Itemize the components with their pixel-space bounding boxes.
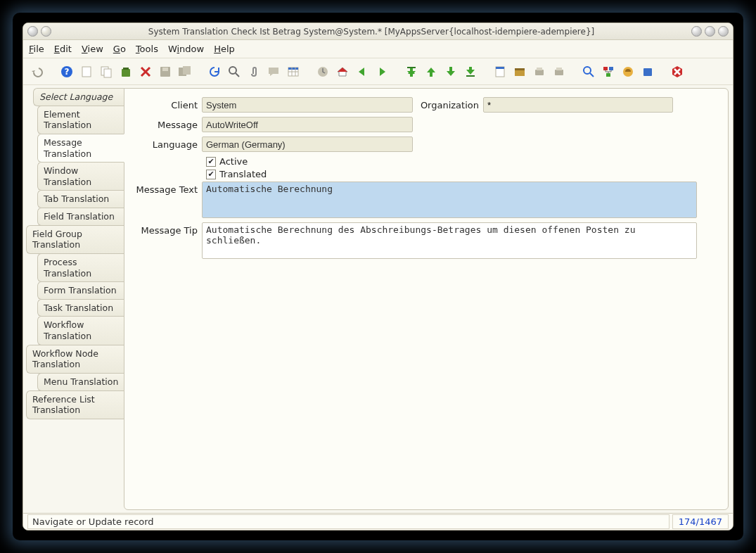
organization-label: Organization <box>420 97 483 110</box>
svg-rect-24 <box>556 68 562 70</box>
menu-edit[interactable]: Edit <box>54 44 72 54</box>
svg-rect-8 <box>162 68 168 71</box>
nav-down-icon[interactable] <box>442 63 459 80</box>
minimize-button[interactable] <box>691 26 702 37</box>
help-icon[interactable]: ? <box>58 63 75 80</box>
sidebar-tab-field-group-translation[interactable]: Field Group Translation <box>26 225 124 254</box>
sidebar-tab-select-language[interactable]: Select Language <box>33 88 124 106</box>
attach-icon[interactable] <box>245 63 262 80</box>
record-position[interactable]: 174/1467 <box>672 514 729 529</box>
sidebar-tab-reference-list-translation[interactable]: Reference List Translation <box>26 390 124 419</box>
menu-tools[interactable]: Tools <box>136 44 158 54</box>
title-bar: System Translation Check Ist Betrag Syst… <box>23 23 733 40</box>
workflow-icon[interactable] <box>600 63 617 80</box>
sidebar-tab-form-translation[interactable]: Form Translation <box>37 281 124 300</box>
message-tip-field[interactable] <box>202 222 697 259</box>
window-menu-icon[interactable] <box>27 26 38 37</box>
message-text-label: Message Text <box>132 182 202 195</box>
sidebar-tab-workflow-translation[interactable]: Workflow Translation <box>37 316 124 345</box>
window-sticky-icon[interactable] <box>41 26 51 37</box>
message-tip-label: Message Tip <box>132 222 202 236</box>
menu-view[interactable]: View <box>82 44 103 54</box>
chat-icon[interactable] <box>265 63 282 80</box>
client-field <box>202 97 413 113</box>
content-area: Select LanguageElement TranslationMessag… <box>23 85 733 513</box>
report-icon[interactable] <box>492 63 508 80</box>
print-icon[interactable] <box>551 63 568 80</box>
message-field <box>202 117 413 132</box>
delete-x-icon[interactable] <box>137 63 154 80</box>
svg-rect-21 <box>535 70 544 75</box>
toolbar: ? <box>23 58 733 85</box>
sidebar-tab-field-translation[interactable]: Field Translation <box>37 208 124 226</box>
maximize-button[interactable] <box>705 26 715 37</box>
delete-record-icon[interactable] <box>117 63 134 80</box>
message-label: Message <box>132 117 202 130</box>
svg-rect-13 <box>288 68 298 70</box>
request-icon[interactable] <box>620 63 636 80</box>
status-message: Navigate or Update record <box>27 514 669 529</box>
translated-checkbox[interactable]: ✔ <box>206 170 216 179</box>
refresh-icon[interactable] <box>206 63 223 80</box>
copy-record-icon[interactable] <box>98 63 115 80</box>
svg-rect-22 <box>537 68 542 70</box>
svg-rect-20 <box>515 68 525 70</box>
save-all-icon[interactable] <box>177 63 193 80</box>
menu-help[interactable]: Help <box>214 44 235 54</box>
svg-rect-6 <box>123 68 129 70</box>
svg-rect-16 <box>466 75 475 77</box>
history-icon[interactable] <box>314 63 331 80</box>
new-record-icon[interactable] <box>78 63 95 80</box>
sidebar-tab-element-translation[interactable]: Element Translation <box>37 106 124 134</box>
home-icon[interactable] <box>334 63 351 80</box>
organization-field <box>483 97 673 113</box>
translated-label: Translated <box>219 169 267 179</box>
close-icon[interactable] <box>669 63 686 80</box>
svg-rect-28 <box>606 73 610 77</box>
sidebar-tab-tab-translation[interactable]: Tab Translation <box>37 190 124 208</box>
active-label: Active <box>219 156 248 167</box>
svg-rect-23 <box>555 70 563 75</box>
print-preview-icon[interactable] <box>531 63 548 80</box>
svg-rect-2 <box>82 67 91 77</box>
language-label: Language <box>132 136 202 150</box>
svg-rect-10 <box>183 66 191 75</box>
nav-first-icon[interactable] <box>403 63 420 80</box>
sidebar-tab-process-translation[interactable]: Process Translation <box>37 253 124 282</box>
svg-point-11 <box>229 67 236 74</box>
find-icon[interactable] <box>226 63 243 80</box>
menu-go[interactable]: Go <box>113 44 126 54</box>
client-label: Client <box>132 97 202 110</box>
sidebar-tab-task-translation[interactable]: Task Translation <box>37 299 124 317</box>
nav-right-icon[interactable] <box>373 63 390 80</box>
status-bar: Navigate or Update record 174/1467 <box>23 513 733 530</box>
svg-rect-4 <box>104 69 111 77</box>
sidebar-tab-menu-translation[interactable]: Menu Translation <box>37 373 124 391</box>
window-title: System Translation Check Ist Betrag Syst… <box>56 27 687 37</box>
zoom-across-icon[interactable] <box>580 63 597 80</box>
nav-last-icon[interactable] <box>462 63 479 80</box>
language-field <box>202 136 413 152</box>
nav-up-icon[interactable] <box>423 63 440 80</box>
archive-icon[interactable] <box>511 63 528 80</box>
menu-window[interactable]: Window <box>168 44 204 54</box>
menu-bar: File Edit View Go Tools Window Help <box>23 40 733 58</box>
svg-rect-15 <box>407 67 416 68</box>
product-info-icon[interactable] <box>639 63 656 80</box>
grid-toggle-icon[interactable] <box>285 63 302 80</box>
active-checkbox[interactable]: ✔ <box>206 157 216 167</box>
save-icon[interactable] <box>157 63 174 80</box>
sidebar-tab-workflow-node-translation[interactable]: Workflow Node Translation <box>26 345 124 374</box>
undo-icon[interactable] <box>29 63 46 80</box>
sidebar-tab-message-translation[interactable]: Message Translation <box>37 134 124 163</box>
menu-file[interactable]: File <box>29 44 44 54</box>
sidebar-tab-window-translation[interactable]: Window Translation <box>37 162 124 191</box>
svg-text:?: ? <box>65 67 70 77</box>
message-text-field[interactable] <box>202 182 697 218</box>
app-window: System Translation Check Ist Betrag Syst… <box>23 23 733 530</box>
nav-left-icon[interactable] <box>354 63 371 80</box>
sidebar: Select LanguageElement TranslationMessag… <box>26 88 124 510</box>
svg-rect-27 <box>609 67 613 70</box>
close-window-button[interactable] <box>718 26 729 37</box>
svg-point-25 <box>584 67 591 74</box>
